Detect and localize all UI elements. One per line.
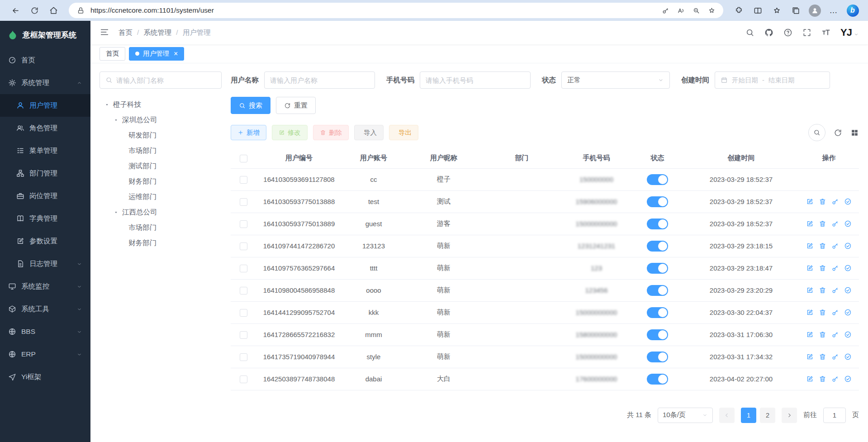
tab-item[interactable]: 首页 [100, 47, 125, 61]
breadcrumb-item[interactable]: 首页 [119, 28, 133, 38]
assign-role-icon[interactable] [844, 220, 852, 228]
reset-password-icon[interactable] [831, 309, 840, 317]
sidebar-item-yi[interactable]: Yi框架 [0, 366, 90, 388]
status-toggle[interactable] [647, 285, 668, 296]
edit-icon[interactable] [806, 331, 814, 339]
github-icon[interactable] [764, 28, 773, 37]
status-toggle[interactable] [647, 174, 668, 185]
tree-node[interactable]: 运维部门 [100, 189, 222, 204]
status-toggle[interactable] [647, 241, 668, 252]
reload-icon[interactable] [26, 3, 43, 18]
zoom-out-icon[interactable] [691, 5, 702, 16]
search-button[interactable]: 搜索 [231, 97, 270, 114]
collections-icon[interactable] [787, 3, 804, 18]
reset-password-icon[interactable] [831, 286, 840, 295]
copilot-icon[interactable]: b [844, 3, 861, 18]
edit-icon[interactable] [806, 309, 814, 317]
assign-role-icon[interactable] [844, 353, 852, 361]
favorites-bar-icon[interactable] [768, 3, 785, 18]
collapse-menu-icon[interactable] [100, 27, 110, 38]
tree-expand-icon[interactable] [104, 102, 110, 108]
page-number-button[interactable]: 2 [760, 408, 775, 423]
tree-expand-icon[interactable] [113, 117, 119, 123]
toggle-search-button[interactable] [808, 124, 825, 141]
row-checkbox[interactable] [240, 353, 247, 361]
status-toggle[interactable] [647, 374, 668, 385]
tree-node[interactable]: 研发部门 [100, 128, 222, 143]
sidebar-item-monitor[interactable]: 系统监控 [0, 275, 90, 298]
sidebar-item-param[interactable]: 参数设置 [0, 230, 90, 252]
browser-home-icon[interactable] [45, 3, 62, 18]
sidebar-item-user[interactable]: 用户管理 [0, 94, 90, 117]
tree-node[interactable]: 市场部门 [100, 143, 222, 158]
refresh-table-icon[interactable] [834, 128, 842, 137]
tree-node[interactable]: 测试部门 [100, 158, 222, 174]
sidebar-item-dept[interactable]: 部门管理 [0, 162, 90, 185]
edit-icon[interactable] [806, 375, 814, 383]
sidebar-item-role[interactable]: 角色管理 [0, 117, 90, 139]
address-bar[interactable]: https://ccnetcore.com:1101/system/user [69, 3, 723, 18]
reset-password-icon[interactable] [831, 353, 840, 361]
sidebar-item-log[interactable]: 日志管理 [0, 252, 90, 275]
tree-expand-icon[interactable] [113, 209, 119, 215]
back-icon[interactable] [7, 3, 24, 18]
site-lock-icon[interactable] [75, 5, 86, 16]
edit-button[interactable]: 修改 [272, 125, 308, 140]
date-range-picker[interactable]: 开始日期 - 结束日期 [715, 71, 830, 89]
row-checkbox[interactable] [240, 265, 247, 272]
select-all-checkbox[interactable] [240, 155, 247, 162]
browser-menu-icon[interactable]: … [825, 3, 842, 18]
assign-role-icon[interactable] [844, 198, 852, 206]
assign-role-icon[interactable] [844, 264, 852, 272]
delete-button[interactable]: 删除 [313, 125, 349, 140]
username-input[interactable] [264, 71, 375, 89]
assign-role-icon[interactable] [844, 309, 852, 317]
font-size-icon[interactable] [821, 28, 830, 37]
edit-icon[interactable] [806, 242, 814, 250]
reset-password-icon[interactable] [831, 198, 840, 206]
export-button[interactable]: 导出 [389, 125, 418, 140]
tree-node[interactable]: 江西总公司 [100, 204, 222, 220]
sidebar-item-bbs[interactable]: BBS [0, 320, 90, 343]
row-checkbox[interactable] [240, 242, 247, 250]
tab-active[interactable]: 用户管理× [129, 47, 184, 61]
sidebar-item-system[interactable]: 系统管理 [0, 71, 90, 94]
assign-role-icon[interactable] [844, 242, 852, 250]
row-checkbox[interactable] [240, 198, 247, 206]
delete-icon[interactable] [819, 242, 827, 250]
status-toggle[interactable] [647, 307, 668, 318]
reset-password-icon[interactable] [831, 242, 840, 250]
delete-icon[interactable] [819, 286, 827, 295]
delete-icon[interactable] [819, 264, 827, 272]
split-screen-icon[interactable] [749, 3, 766, 18]
delete-icon[interactable] [819, 375, 827, 383]
prev-page-button[interactable] [719, 408, 735, 423]
profile-avatar[interactable] [806, 3, 823, 18]
assign-role-icon[interactable] [844, 375, 852, 383]
row-checkbox[interactable] [240, 331, 247, 339]
column-settings-icon[interactable] [850, 128, 859, 137]
reset-password-icon[interactable] [831, 375, 840, 383]
tree-node[interactable]: 橙子科技 [100, 97, 222, 112]
sidebar-item-tools[interactable]: 系统工具 [0, 298, 90, 320]
delete-icon[interactable] [819, 309, 827, 317]
next-page-button[interactable] [782, 408, 797, 423]
edit-icon[interactable] [806, 353, 814, 361]
edit-icon[interactable] [806, 220, 814, 228]
goto-page-input[interactable] [823, 408, 846, 423]
edit-icon[interactable] [806, 198, 814, 206]
row-checkbox[interactable] [240, 309, 247, 317]
assign-role-icon[interactable] [844, 331, 852, 339]
search-icon[interactable] [745, 28, 754, 37]
tree-node[interactable]: 财务部门 [100, 235, 222, 251]
extensions-icon[interactable] [730, 3, 747, 18]
edit-icon[interactable] [806, 264, 814, 272]
tree-node[interactable]: 市场部门 [100, 220, 222, 235]
breadcrumb-item[interactable]: 系统管理 [143, 28, 171, 38]
help-icon[interactable] [783, 28, 792, 37]
row-checkbox[interactable] [240, 176, 247, 184]
tree-node[interactable]: 财务部门 [100, 174, 222, 189]
delete-icon[interactable] [819, 353, 827, 361]
reset-password-icon[interactable] [831, 220, 840, 228]
reset-password-icon[interactable] [831, 331, 840, 339]
